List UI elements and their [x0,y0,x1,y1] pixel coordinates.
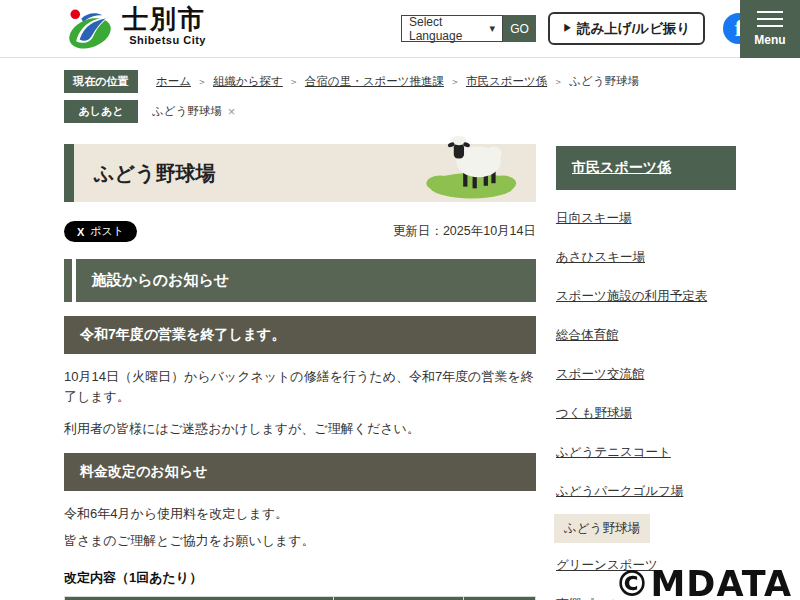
site-name-en: Shibetsu City [129,35,206,46]
x-post-button[interactable]: X ポスト [64,221,137,242]
language-switcher: Select Language ▾ GO [401,15,536,42]
breadcrumb-separator: ＞ [553,75,563,89]
sidebar-item-fudo-park-golf[interactable]: ふどうパークゴルフ場 [556,475,683,508]
updated-date: 更新日：2025年10月14日 [393,223,536,240]
play-triangle-icon: ▶ [563,22,572,35]
column-header-revised: 改定料金 [464,596,536,600]
site-name: 士別市 [122,6,206,32]
read-aloud-label: 読み上げ/ルビ振り [577,20,690,38]
language-select[interactable]: Select Language ▾ [401,15,503,42]
trail-badge: あしあと [64,100,138,123]
breadcrumb-home[interactable]: ホーム [156,74,191,89]
breadcrumb-organization[interactable]: 組織から探す [213,74,283,89]
close-icon[interactable]: × [228,104,236,119]
sidebar-item-facility-schedule[interactable]: スポーツ施設の利用予定表 [556,280,707,313]
breadcrumb-separator: ＞ [289,75,299,89]
breadcrumb-citizen-sports[interactable]: 市民スポーツ係 [466,74,547,89]
site-logo[interactable]: 士別市 Shibetsu City [64,6,206,52]
page-title: ふどう野球場 [94,160,215,187]
table-header-row: 区分 現行 改定料金 [65,596,536,600]
current-location-badge: 現在の位置 [64,70,138,93]
column-header-current: 現行 [334,596,464,600]
facility-notice-section: 施設からのお知らせ [64,259,536,302]
sidebar-item-hinata-ski[interactable]: 日向スキー場 [556,202,632,235]
main-content: ふどう野球場 X ポスト [64,144,536,600]
language-select-value: Select Language [409,15,489,43]
sidebar-title[interactable]: 市民スポーツ係 [556,146,736,190]
breadcrumb-sports-division[interactable]: 合宿の里・スポーツ推進課 [305,74,444,89]
facility-notice-heading: 施設からのお知らせ [76,259,536,302]
trail-item[interactable]: ふどう野球場 [152,104,222,119]
sidebar-nav: 日向スキー場 あさひスキー場 スポーツ施設の利用予定表 総合体育館 スポーツ交流… [556,196,736,600]
sidebar-item-sports-exchange-hall[interactable]: スポーツ交流館 [556,358,644,391]
sheep-illustration [418,132,522,202]
fee-notice-text-2: 皆さまのご理解とご協力をお願いします。 [64,531,536,551]
fee-notice-text-1: 令和6年4月から使用料を改定します。 [64,504,536,524]
mdata-watermark: ©MDATA [615,564,793,600]
closure-notice-heading: 令和7年度の営業を終了します。 [64,316,536,354]
closure-notice-text-1: 10月14日（火曜日）からバックネットの修繕を行うため、令和7年度の営業を終了し… [64,367,536,406]
breadcrumb-separator: ＞ [450,75,460,89]
sidebar-item-nango-pool[interactable]: 南郷プール [556,588,619,600]
fee-notice-heading: 料金改定のお知らせ [64,453,536,491]
column-header-category: 区分 [65,596,334,600]
menu-button[interactable]: Menu [740,0,800,58]
language-go-button[interactable]: GO [503,15,536,42]
sidebar-item-fudo-baseball-current: ふどう野球場 [554,514,650,543]
sidebar-item-tsukumo-baseball[interactable]: つくも野球場 [556,397,632,430]
menu-label: Menu [754,33,785,47]
hamburger-icon [757,11,783,27]
read-aloud-button[interactable]: ▶ 読み上げ/ルビ振り [548,12,705,45]
sidebar-item-asahi-ski[interactable]: あさひスキー場 [556,241,645,274]
sidebar-item-general-gym[interactable]: 総合体育館 [556,319,619,352]
chevron-down-icon: ▾ [489,22,495,35]
sidebar-item-fudo-tennis[interactable]: ふどうテニスコート [556,436,671,469]
fee-table-caption: 改定内容（1回あたり） [64,569,536,587]
site-header: 士別市 Shibetsu City Select Language ▾ GO ▶… [0,0,800,58]
section-accent-stripe [64,259,72,302]
x-logo-icon: X [77,226,84,238]
page-title-banner: ふどう野球場 [64,144,536,202]
city-logo-icon [64,6,116,52]
fee-table: 区分 現行 改定料金 一般（入場料徴収あり、1日） 最高入場料の70人分 27,… [64,596,536,600]
post-label: ポスト [90,224,124,239]
breadcrumb-current-page: ふどう野球場 [569,74,639,89]
sidebar: 市民スポーツ係 日向スキー場 あさひスキー場 スポーツ施設の利用予定表 総合体育… [556,144,736,600]
breadcrumb: 現在の位置 ホーム ＞ 組織から探す ＞ 合宿の里・スポーツ推進課 ＞ 市民スポ… [0,58,800,123]
closure-notice-text-2: 利用者の皆様にはご迷惑おかけしますが、ご理解ください。 [64,419,536,439]
breadcrumb-separator: ＞ [197,75,207,89]
